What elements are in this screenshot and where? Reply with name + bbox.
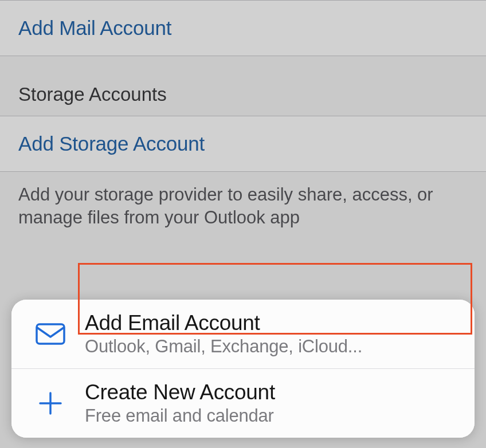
add-email-title: Add Email Account	[85, 311, 458, 335]
plus-icon	[38, 391, 63, 416]
plus-icon-wrap	[16, 391, 85, 416]
create-new-account-option[interactable]: Create New Account Free email and calend…	[11, 369, 475, 438]
create-new-subtitle: Free email and calendar	[85, 406, 458, 426]
envelope-icon	[36, 323, 65, 345]
create-new-title: Create New Account	[85, 380, 458, 404]
envelope-icon-wrap	[16, 323, 85, 345]
create-new-text-wrap: Create New Account Free email and calend…	[85, 380, 458, 426]
add-email-text-wrap: Add Email Account Outlook, Gmail, Exchan…	[85, 311, 458, 357]
add-email-account-option[interactable]: Add Email Account Outlook, Gmail, Exchan…	[11, 300, 475, 369]
svg-rect-0	[37, 324, 64, 344]
add-account-action-sheet: Add Email Account Outlook, Gmail, Exchan…	[11, 300, 475, 438]
add-email-subtitle: Outlook, Gmail, Exchange, iCloud...	[85, 336, 458, 357]
